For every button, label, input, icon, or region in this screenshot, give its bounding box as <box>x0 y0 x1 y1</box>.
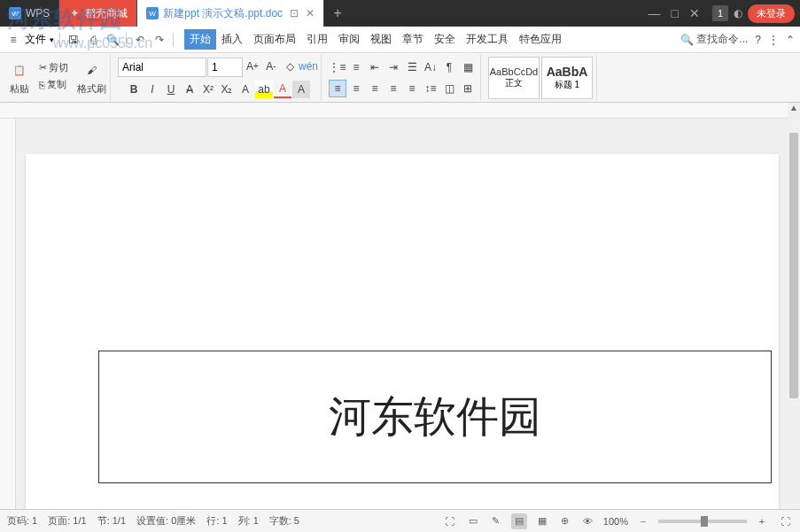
tab-security[interactable]: 安全 <box>429 29 461 50</box>
save-icon[interactable]: 🖫 <box>66 32 82 48</box>
ruler-horizontal[interactable] <box>0 103 800 119</box>
status-page[interactable]: 页面: 1/1 <box>48 514 86 528</box>
underline-button[interactable]: U <box>162 81 180 98</box>
menu-icon[interactable]: ≡ <box>5 32 21 48</box>
tab-dock[interactable]: ✦ 稻壳商城 <box>59 0 137 27</box>
align-center-button[interactable]: ≡ <box>347 80 365 97</box>
scrollbar-vertical[interactable]: ▲ <box>788 103 800 509</box>
tab-view[interactable]: 视图 <box>365 29 397 50</box>
shading-button[interactable]: ◫ <box>440 80 458 97</box>
sort-button[interactable]: A↓ <box>422 58 439 76</box>
textbox[interactable]: 河东软件园 <box>98 351 772 483</box>
textbox-content[interactable]: 河东软件园 <box>329 389 541 445</box>
tab-insert[interactable]: 插入 <box>216 29 248 50</box>
font-size-select[interactable] <box>207 58 243 77</box>
font-decrease-button[interactable]: A- <box>262 58 280 75</box>
tab-reference[interactable]: 引用 <box>301 29 333 50</box>
web-view-icon[interactable]: ⊕ <box>557 513 573 529</box>
help-icon[interactable]: ? <box>755 34 761 46</box>
tab-add-button[interactable]: + <box>324 5 351 21</box>
outline-view-icon[interactable]: ▦ <box>534 513 550 529</box>
indent-increase-button[interactable]: ⇥ <box>384 58 402 76</box>
scroll-thumb[interactable] <box>789 133 798 398</box>
status-pagenum[interactable]: 页码: 1 <box>7 514 37 528</box>
zoom-slider[interactable] <box>658 520 747 523</box>
zoom-value[interactable]: 100% <box>603 516 628 527</box>
status-line[interactable]: 行: 1 <box>206 514 227 528</box>
window-maximize-icon[interactable]: □ <box>672 6 679 20</box>
bold-button[interactable]: B <box>125 81 143 98</box>
tabs-button[interactable]: ⊞ <box>459 80 477 97</box>
tab-pagelayout[interactable]: 页面布局 <box>248 29 301 50</box>
strike-button[interactable]: A̶ <box>181 81 198 98</box>
search-command[interactable]: 🔍 查找命令... <box>680 32 748 47</box>
style-normal[interactable]: AaBbCcDd 正文 <box>488 57 540 99</box>
tab-close-icon[interactable]: ✕ <box>306 7 315 19</box>
fullscreen-icon[interactable]: ⛶ <box>442 513 458 529</box>
tab-special[interactable]: 特色应用 <box>514 29 567 50</box>
collapse-ribbon-icon[interactable]: ⌃ <box>786 34 795 46</box>
tab-document[interactable]: W 新建ppt 演示文稿.ppt.doc ⊡ ✕ <box>137 0 324 27</box>
indent-decrease-button[interactable]: ⇤ <box>366 58 384 76</box>
subscript-button[interactable]: X₂ <box>218 81 236 98</box>
fit-icon[interactable]: ⛶ <box>777 513 793 529</box>
undo-icon[interactable]: ↶ <box>132 32 148 48</box>
tab-review[interactable]: 审阅 <box>333 29 365 50</box>
cut-button[interactable]: ✂剪切 <box>35 59 72 76</box>
font-color-button[interactable]: A <box>274 81 291 98</box>
style-heading1[interactable]: AaBbA 标题 1 <box>541 57 593 99</box>
font-increase-button[interactable]: A+ <box>244 58 261 75</box>
borders-button[interactable]: ▦ <box>459 58 477 76</box>
preview-icon[interactable]: 🔍 <box>105 32 120 48</box>
edit-mode-icon[interactable]: ✎ <box>488 513 504 529</box>
tab-section[interactable]: 章节 <box>397 29 429 50</box>
skin-icon[interactable]: ◐ <box>734 7 742 19</box>
print-icon[interactable]: ⎙ <box>85 32 101 48</box>
align-distribute-button[interactable]: ≡ <box>403 80 421 97</box>
zoom-out-icon[interactable]: − <box>635 513 651 529</box>
align-right-button[interactable]: ≡ <box>366 80 384 97</box>
page[interactable]: 河东软件园 <box>26 154 779 509</box>
window-close-icon[interactable]: ✕ <box>689 6 700 20</box>
tab-wps[interactable]: W WPS <box>0 0 59 27</box>
copy-button[interactable]: ⎘复制 <box>35 76 72 93</box>
italic-button[interactable]: I <box>144 81 161 98</box>
font-name-select[interactable] <box>118 58 206 77</box>
align-justify-button[interactable]: ≡ <box>384 80 402 97</box>
zoom-in-icon[interactable]: + <box>754 513 770 529</box>
text-direction-button[interactable]: ☰ <box>403 58 421 76</box>
superscript-button[interactable]: X² <box>199 81 217 98</box>
redo-icon[interactable]: ↷ <box>151 32 167 48</box>
window-minimize-icon[interactable]: — <box>649 6 661 20</box>
clear-format-button[interactable]: ◇ <box>281 58 299 75</box>
tab-start[interactable]: 开始 <box>184 29 216 50</box>
eye-protect-icon[interactable]: 👁 <box>580 513 596 529</box>
align-left-button[interactable]: ≡ <box>329 80 346 97</box>
scroll-up-icon[interactable]: ▲ <box>788 103 800 117</box>
file-menu[interactable]: 文件 <box>25 32 46 47</box>
tab-label: 稻壳商城 <box>85 6 128 21</box>
text-effect-button[interactable]: A <box>237 81 254 98</box>
reading-icon[interactable]: ▭ <box>465 513 481 529</box>
phonetic-button[interactable]: wén <box>299 58 317 75</box>
paste-button[interactable]: 📋 粘贴 <box>9 59 30 96</box>
status-col[interactable]: 列: 1 <box>238 514 259 528</box>
login-button[interactable]: 未登录 <box>748 4 795 23</box>
highlight-button[interactable]: ab <box>255 81 273 98</box>
page-view-icon[interactable]: ▤ <box>511 513 527 529</box>
show-marks-button[interactable]: ¶ <box>440 58 458 76</box>
more-icon[interactable]: ⋮ <box>768 34 779 46</box>
numbering-button[interactable]: ≡ <box>347 58 365 76</box>
tab-pin-icon[interactable]: ⊡ <box>290 7 299 19</box>
bullets-button[interactable]: ⋮≡ <box>329 58 346 76</box>
status-setting[interactable]: 设置值: 0厘米 <box>136 514 196 528</box>
char-shading-button[interactable]: A <box>292 81 310 98</box>
tab-devtools[interactable]: 开发工具 <box>461 29 514 50</box>
line-spacing-button[interactable]: ↕≡ <box>422 80 439 97</box>
notification-badge[interactable]: 1 <box>712 5 728 21</box>
format-painter-button[interactable]: 🖌 格式刷 <box>77 59 106 96</box>
document-area[interactable]: 河东软件园 <box>16 119 788 509</box>
status-chars[interactable]: 字数: 5 <box>269 514 299 528</box>
status-section[interactable]: 节: 1/1 <box>97 514 126 528</box>
ruler-vertical[interactable] <box>0 119 16 509</box>
